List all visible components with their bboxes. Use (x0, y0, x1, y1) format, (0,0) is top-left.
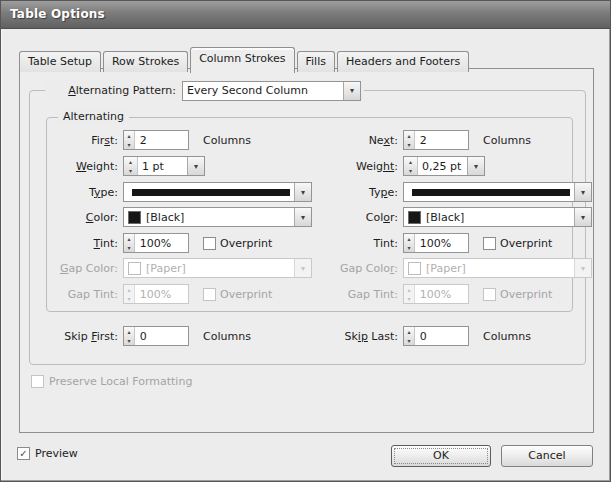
tint-row-right: Tint: ▴▾ Overprint (309, 233, 552, 253)
skip-first-row: Skip First: ▴▾ Columns (29, 326, 251, 346)
first-input[interactable] (135, 131, 188, 149)
columns-suffix: Columns (203, 330, 251, 343)
spinner-arrows-icon[interactable]: ▴▾ (124, 131, 135, 149)
weight-label: Weight: (29, 160, 118, 173)
weight-select-right[interactable]: ▴▾ 0,25 pt ▾ (403, 156, 485, 176)
gap-color-select: [Paper] ▾ (123, 258, 312, 278)
chevron-down-icon[interactable]: ▾ (187, 157, 204, 175)
overprint-option: Overprint (199, 237, 272, 250)
spinner-arrows-icon: ▴▾ (404, 285, 415, 303)
title-bar: Table Options (1, 1, 610, 29)
spinner-arrows-icon[interactable]: ▴▾ (404, 327, 415, 345)
gap-color-row-right: Gap Color: [Paper] ▾ (309, 258, 592, 278)
table-options-dialog: Table Options Table Setup Row Strokes Co… (0, 0, 611, 482)
gap-color-row: Gap Color: [Paper] ▾ (29, 258, 312, 278)
first-row: First: ▴▾ Columns (29, 130, 251, 150)
tab-headers-and-footers[interactable]: Headers and Footers (337, 51, 469, 72)
tint-stepper-right[interactable]: ▴▾ (403, 233, 469, 253)
columns-suffix: Columns (203, 134, 251, 147)
alternating-pattern-label: Alternating Pattern: (48, 84, 176, 97)
preserve-local-formatting-checkbox (31, 375, 44, 388)
spinner-arrows-icon[interactable]: ▴▾ (404, 234, 415, 252)
solid-stroke-swatch (412, 189, 570, 196)
spinner-arrows-icon[interactable]: ▴▾ (404, 157, 418, 175)
tint-stepper[interactable]: ▴▾ (123, 233, 189, 253)
gap-overprint-option-right: Overprint (479, 288, 552, 301)
stroke-color-label-right: Color: (309, 211, 398, 224)
tab-row-strokes[interactable]: Row Strokes (103, 51, 188, 72)
spinner-arrows-icon[interactable]: ▴▾ (124, 234, 135, 252)
gap-overprint-option: Overprint (199, 288, 272, 301)
spinner-arrows-icon[interactable]: ▴▾ (124, 157, 138, 175)
weight-row-right: Weight: ▴▾ 0,25 pt ▾ (309, 156, 485, 176)
tab-column-strokes[interactable]: Column Strokes (190, 47, 294, 73)
tab-table-setup[interactable]: Table Setup (19, 51, 101, 72)
black-swatch (128, 211, 141, 224)
spinner-arrows-icon: ▴▾ (124, 285, 135, 303)
spinner-arrows-icon[interactable]: ▴▾ (124, 327, 135, 345)
spinner-arrows-icon[interactable]: ▴▾ (404, 131, 415, 149)
tab-fills[interactable]: Fills (297, 51, 335, 72)
gap-color-select-right: [Paper] ▾ (403, 258, 592, 278)
next-input[interactable] (415, 131, 468, 149)
tint-label: Tint: (29, 237, 118, 250)
tab-strip: Table Setup Row Strokes Column Strokes F… (19, 46, 471, 72)
preview-label: Preview (35, 447, 78, 460)
overprint-label: Overprint (220, 237, 272, 250)
skip-first-stepper[interactable]: ▴▾ (123, 326, 189, 346)
gap-tint-label: Gap Tint: (29, 288, 118, 301)
stroke-color-label: Color: (29, 211, 118, 224)
paper-swatch (408, 262, 421, 275)
skip-last-row: Skip Last: ▴▾ Columns (309, 326, 531, 346)
alternating-pattern-select[interactable]: Every Second Column ▾ (182, 81, 361, 101)
color-row: Color: [Black] ▾ (29, 207, 312, 227)
next-label: Next: (309, 134, 398, 147)
gap-overprint-label: Overprint (220, 288, 272, 301)
overprint-checkbox-right[interactable] (483, 237, 496, 250)
stroke-type-select-right[interactable]: ▾ (403, 182, 592, 202)
columns-suffix: Columns (483, 330, 531, 343)
overprint-label-right: Overprint (500, 237, 552, 250)
first-label: First: (29, 134, 118, 147)
stroke-color-select[interactable]: [Black] ▾ (123, 207, 312, 227)
gap-tint-row: Gap Tint: ▴▾ Overprint (29, 284, 272, 304)
stroke-type-select[interactable]: ▾ (123, 182, 312, 202)
tint-row: Tint: ▴▾ Overprint (29, 233, 272, 253)
gap-tint-row-right: Gap Tint: ▴▾ Overprint (309, 284, 552, 304)
skip-first-label: Skip First: (29, 330, 118, 343)
preview-checkbox[interactable]: ✓ (17, 447, 30, 460)
cancel-button[interactable]: Cancel (501, 445, 593, 467)
chevron-down-icon[interactable]: ▾ (467, 157, 484, 175)
ok-button[interactable]: OK (391, 445, 491, 467)
first-stepper[interactable]: ▴▾ (123, 130, 189, 150)
skip-last-stepper[interactable]: ▴▾ (403, 326, 469, 346)
skip-last-input[interactable] (415, 327, 468, 345)
overprint-checkbox[interactable] (203, 237, 216, 250)
type-row: Type: ▾ (29, 182, 312, 202)
gap-overprint-checkbox (203, 288, 216, 301)
next-stepper[interactable]: ▴▾ (403, 130, 469, 150)
solid-stroke-swatch (132, 189, 290, 196)
columns-suffix: Columns (483, 134, 531, 147)
alternating-pattern-row: Alternating Pattern: Every Second Column… (45, 80, 364, 101)
skip-first-input[interactable] (135, 327, 188, 345)
tint-input[interactable] (135, 234, 188, 252)
gap-tint-stepper: ▴▾ (123, 284, 189, 304)
gap-overprint-label-right: Overprint (500, 288, 552, 301)
type-row-right: Type: ▾ (309, 182, 592, 202)
gap-tint-input-right (415, 285, 468, 303)
chevron-down-icon[interactable]: ▾ (343, 82, 360, 100)
stroke-color-select-right[interactable]: [Black] ▾ (403, 207, 592, 227)
next-row: Next: ▴▾ Columns (309, 130, 531, 150)
check-icon: ✓ (19, 449, 27, 459)
gap-color-label-right: Gap Color: (309, 262, 398, 275)
skip-last-label: Skip Last: (309, 330, 398, 343)
chevron-down-icon: ▾ (574, 259, 591, 277)
tint-input-right[interactable] (415, 234, 468, 252)
chevron-down-icon[interactable]: ▾ (574, 183, 591, 201)
weight-select[interactable]: ▴▾ 1 pt ▾ (123, 156, 205, 176)
chevron-down-icon[interactable]: ▾ (574, 208, 591, 226)
gap-tint-input (135, 285, 188, 303)
window-title: Table Options (1, 1, 610, 21)
weight-row: Weight: ▴▾ 1 pt ▾ (29, 156, 205, 176)
